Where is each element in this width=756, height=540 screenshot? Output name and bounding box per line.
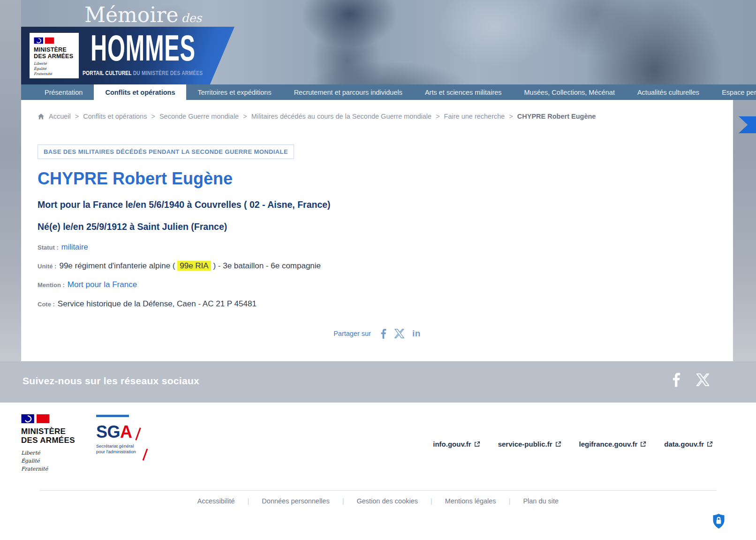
statut-value-link[interactable]: militaire <box>61 243 88 251</box>
unite-highlighted-term: 99e RIA <box>177 261 211 271</box>
ministry-motto: Liberté Égalité Fraternité <box>21 449 75 473</box>
content-panel: Accueil > Conflits et opérations > Secon… <box>21 100 733 361</box>
breadcrumb: Accueil > Conflits et opérations > Secon… <box>38 113 596 120</box>
ministry-motto: Liberté Égalité Fraternité <box>34 61 79 77</box>
ministry-logo[interactable]: MINISTÈRE DES ARMÉES Liberté Égalité Fra… <box>30 33 79 78</box>
unite-label: Unité : <box>38 263 56 270</box>
cote-label: Cote : <box>38 301 55 308</box>
death-line: Mort pour la France le/en 5/6/1940 à Cou… <box>38 199 331 210</box>
external-link-icon <box>555 441 561 447</box>
sga-name: SGA <box>96 424 148 441</box>
sga-logo[interactable]: SGA Secrétariat général pour l'administr… <box>96 415 148 455</box>
nav-item-territoires[interactable]: Territoires et expéditions <box>186 84 282 100</box>
link-donnees-personnelles[interactable]: Données personnelles <box>249 497 342 505</box>
statut-label: Statut : <box>38 244 59 251</box>
link-gestion-cookies[interactable]: Gestion des cookies <box>344 497 431 505</box>
external-link-icon <box>640 441 646 447</box>
gov-links: info.gouv.fr service-public.fr legifranc… <box>433 440 713 448</box>
side-ribbon-tab[interactable] <box>739 116 756 133</box>
french-flag-icon <box>21 414 51 424</box>
external-link-icon <box>474 441 480 447</box>
nav-item-recrutement[interactable]: Recrutement et parcours individuels <box>283 84 414 100</box>
site-title-hommes: HOMMES <box>91 30 196 66</box>
field-statut: Statut :militaire <box>38 243 88 252</box>
nav-item-espace-personnel[interactable]: Espace personnel <box>711 84 756 100</box>
link-service-public[interactable]: service-public.fr <box>498 440 561 448</box>
social-band: Suivez-nous sur les réseaux sociaux <box>0 361 756 403</box>
footer: MINISTÈRE DES ARMÉES Liberté Égalité Fra… <box>0 403 756 540</box>
breadcrumb-separator: > <box>436 113 439 120</box>
legal-links: Accessibilité | Données personnelles | G… <box>0 497 756 505</box>
ministry-name: MINISTÈRE DES ARMÉES <box>34 46 79 60</box>
page-title: CHYPRE Robert Eugène <box>38 169 233 189</box>
unite-value-post: ) - 3e bataillon - 6e compagnie <box>211 261 321 270</box>
link-info-gouv[interactable]: info.gouv.fr <box>433 440 480 448</box>
share-label: Partager sur <box>333 330 371 337</box>
breadcrumb-seconde-guerre[interactable]: Seconde Guerre mondiale <box>159 113 239 120</box>
nav-item-musees[interactable]: Musées, Collections, Mécénat <box>513 84 626 100</box>
nav-item-conflits[interactable]: Conflits et opérations <box>94 84 186 100</box>
breadcrumb-separator: > <box>75 113 79 120</box>
nav-item-actualites[interactable]: Actualités culturelles <box>626 84 711 100</box>
birth-line: Né(e) le/en 25/9/1912 à Saint Julien (Fr… <box>38 221 227 232</box>
breadcrumb-accueil[interactable]: Accueil <box>49 113 71 120</box>
link-legifrance[interactable]: legifrance.gouv.fr <box>579 440 647 448</box>
link-accessibilite[interactable]: Accessibilité <box>185 497 248 505</box>
breadcrumb-militaires-decedes[interactable]: Militaires décédés au cours de la Second… <box>251 113 431 120</box>
sga-top-bar <box>96 415 129 417</box>
site-title-memoire: Mémoiredes <box>84 3 202 27</box>
social-band-title: Suivez-nous sur les réseaux sociaux <box>23 375 199 387</box>
footer-ministry-logo[interactable]: MINISTÈRE DES ARMÉES Liberté Égalité Fra… <box>21 414 75 473</box>
breadcrumb-separator: > <box>509 113 513 120</box>
facebook-icon[interactable] <box>673 373 680 387</box>
x-icon[interactable] <box>696 373 709 386</box>
external-link-icon <box>707 441 713 447</box>
mention-value-link[interactable]: Mort pour la France <box>68 280 137 289</box>
main-nav: Présentation Conflits et opérations Terr… <box>21 84 756 100</box>
field-cote: Cote :Service historique de la Défense, … <box>38 299 257 309</box>
breadcrumb-faire-recherche[interactable]: Faire une recherche <box>444 113 505 120</box>
link-data-gouv[interactable]: data.gouv.fr <box>664 440 713 448</box>
link-plan-du-site[interactable]: Plan du site <box>510 497 571 505</box>
field-unite: Unité :99e régiment d'infanterie alpine … <box>38 261 321 271</box>
french-flag-icon <box>34 37 55 44</box>
footer-divider <box>40 490 716 491</box>
home-icon[interactable] <box>38 113 45 120</box>
mention-label: Mention : <box>38 281 65 289</box>
breadcrumb-conflits[interactable]: Conflits et opérations <box>83 113 147 120</box>
nav-item-arts[interactable]: Arts et sciences militaires <box>414 84 513 100</box>
facebook-icon[interactable] <box>381 329 386 339</box>
linkedin-icon[interactable]: in <box>412 328 421 339</box>
database-badge: BASE DES MILITAIRES DÉCÉDÉS PENDANT LA S… <box>38 145 294 159</box>
field-mention: Mention :Mort pour la France <box>38 280 137 289</box>
nav-item-presentation[interactable]: Présentation <box>33 84 94 100</box>
lock-shield-icon[interactable] <box>712 514 725 529</box>
breadcrumb-separator: > <box>243 113 247 120</box>
link-mentions-legales[interactable]: Mentions légales <box>432 497 509 505</box>
unite-value-pre: 99e régiment d'infanterie alpine ( <box>59 261 177 270</box>
share-row: Partager sur in <box>21 328 733 339</box>
breadcrumb-current: CHYPRE Robert Eugène <box>517 113 596 120</box>
cote-value: Service historique de la Défense, Caen -… <box>58 299 257 308</box>
site-tagline: PORTAIL CULTUREL DU MINISTÈRE DES ARMÉES <box>83 70 203 76</box>
sga-caption: Secrétariat général pour l'administratio… <box>96 443 148 455</box>
x-icon[interactable] <box>394 329 404 338</box>
social-band-icons <box>673 373 709 387</box>
ministry-name: MINISTÈRE DES ARMÉES <box>21 427 75 445</box>
breadcrumb-separator: > <box>151 113 155 120</box>
